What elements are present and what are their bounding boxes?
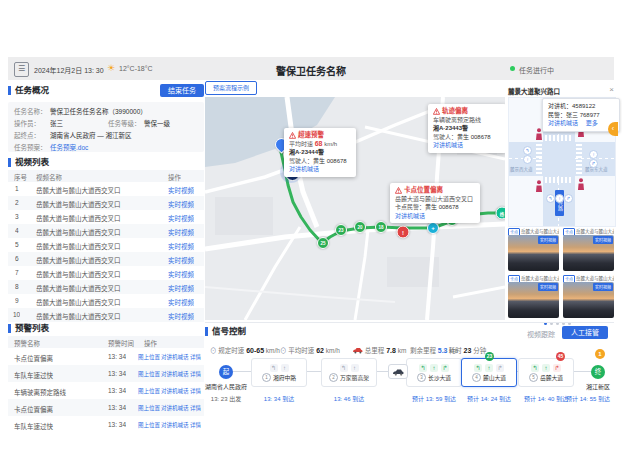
detail-link[interactable]: 详情 [190, 353, 201, 361]
row-name: 岳麓大道与麓山大道西交叉口 [36, 269, 156, 279]
lane-arrow-icon[interactable]: ↑ [555, 194, 564, 203]
intercom-link[interactable]: 对讲机喊话 [161, 387, 189, 395]
timeline-node[interactable]: ↰↑ 1湘府中路 [251, 358, 307, 387]
warning-list-section-title: 预警列表 [8, 324, 49, 333]
lane-arrow-icon[interactable]: ↰ [546, 194, 555, 203]
signal-countdown-marker[interactable]: 23 [335, 224, 347, 236]
video-table-header: 序号 视频名称 操作 [8, 170, 204, 182]
straight-icon: ↑ [351, 364, 359, 372]
realtime-video-link[interactable]: 实时视频 [168, 185, 194, 195]
intercom-link[interactable]: 对讲机喊话 [433, 141, 501, 150]
lane-arrow-icon[interactable]: ↱ [589, 159, 598, 168]
map-position-link[interactable]: 图上位置 [138, 387, 160, 395]
video-thumbnail[interactable]: 实时视频 [508, 235, 559, 271]
realtime-video-link[interactable]: 实时视频 [168, 297, 194, 307]
detail-link[interactable]: 详情 [190, 421, 201, 429]
timeline-node-time[interactable]: 预计 14: 24 到达 [467, 394, 511, 403]
end-task-button[interactable]: 结束任务 [160, 84, 204, 97]
map-position-link[interactable]: 图上位置 [138, 421, 160, 429]
plan-flow-button[interactable]: 预案流程示例 [205, 81, 257, 95]
realtime-video-link[interactable]: 实时视频 [168, 255, 194, 265]
row-name: 岳麓大道与麓山大道西交叉口 [36, 297, 156, 307]
row-name: 岳麓大道与麓山大道西交叉口 [36, 241, 156, 251]
realtime-video-link[interactable]: 实时视频 [168, 283, 194, 293]
video-thumbnail[interactable]: 实时视频 [563, 282, 614, 318]
driver-label: 驾驶人： [433, 134, 457, 140]
officer-value: 黄生 008678 [425, 204, 459, 210]
intercom-link[interactable]: 对讲机喊话 [548, 120, 578, 126]
operator-label: 操作员： [14, 118, 40, 128]
signal-section-title: 信号控制 [205, 327, 246, 336]
signal-countdown-marker[interactable]: 18 [375, 221, 387, 233]
panel-carousel-arrow[interactable]: ‹ [608, 122, 618, 136]
lane-arrow-icon[interactable]: ↰ [523, 146, 532, 155]
timeline-node-time[interactable]: 13: 46 到达 [334, 394, 364, 403]
tooltip-radio: 对讲机：4589122 [548, 102, 614, 111]
timeline-node-time[interactable]: 预计 14: 40 到达 [524, 394, 568, 403]
video-thumbnail[interactable]: 实时视频 [563, 235, 614, 271]
warning-time: 13: 34 [108, 353, 126, 360]
warning-name: 卡点位置偏离 [14, 404, 106, 414]
table-row: 3岳麓大道与麓山大道西交叉口实时视频 [8, 210, 204, 224]
video-track-button[interactable]: 视频跟踪 [527, 329, 555, 339]
close-icon[interactable]: × [609, 85, 614, 94]
more-link[interactable]: 更多 [586, 120, 598, 126]
timeline-start-node[interactable]: 起 [219, 365, 233, 379]
timeline-node[interactable]: ↰↑↱ 3长沙大道 [406, 358, 462, 387]
warning-list-table: 预警名称 预警时间 操作 卡点位置偏离13: 34图上位置对讲机喊话详情 车队车… [8, 336, 204, 430]
video-thumbnail[interactable]: 实时视频 [508, 282, 559, 318]
table-row: 车辆驶离预定路线13: 34图上位置对讲机喊话详情 [8, 382, 204, 399]
detail-link[interactable]: 详情 [190, 404, 201, 412]
node-number: 1 [262, 373, 271, 382]
node-number: 5 [529, 373, 538, 382]
intercom-link[interactable]: 对讲机喊话 [161, 404, 189, 412]
timeline-node[interactable]: ↰↑↱ 5岳麓大道 [518, 358, 574, 387]
live-badge: 实时视频 [538, 236, 558, 244]
traffic-officer-icon[interactable] [535, 180, 543, 192]
table-row: 卡点位置偏离13: 34图上位置对讲机喊话详情 [8, 348, 204, 365]
plan-doc-link[interactable]: 任务预案.doc [50, 142, 88, 152]
row-no: 4 [15, 227, 19, 234]
detail-link[interactable]: 详情 [190, 387, 201, 395]
realtime-video-link[interactable]: 实时视频 [168, 213, 194, 223]
table-row: 车队车速过快13: 34图上位置对讲机喊话详情 [8, 416, 204, 430]
detail-link[interactable]: 详情 [190, 370, 201, 378]
intercom-link[interactable]: 对讲机喊话 [161, 370, 189, 378]
signal-countdown-marker[interactable]: 20 [354, 221, 366, 233]
realtime-video-link[interactable]: 实时视频 [168, 241, 194, 251]
warning-time: 13: 34 [108, 370, 126, 377]
lane-arrow-icon[interactable]: ↑ [523, 155, 532, 164]
realtime-video-link[interactable]: 实时视频 [168, 269, 194, 279]
realtime-video-link[interactable]: 实时视频 [168, 311, 194, 321]
destination-marker[interactable]: 终 [496, 207, 506, 220]
realtime-video-link[interactable]: 实时视频 [168, 199, 194, 209]
lane-arrow-icon[interactable]: ↱ [564, 194, 573, 203]
tooltip-officer: 民警：张三 768977 [548, 111, 614, 120]
deviation-desc: 车辆驶离预定路线 [433, 116, 501, 125]
timeline-node-time[interactable]: 13: 34 到达 [264, 394, 294, 403]
alert-count-badge[interactable]: 1 [595, 349, 605, 359]
lane-arrow-icon[interactable]: ↑ [589, 150, 598, 159]
traffic-officer-icon[interactable] [577, 178, 585, 190]
realtime-video-link[interactable]: 实时视频 [168, 227, 194, 237]
map-position-link[interactable]: 图上位置 [138, 404, 160, 412]
timeline-node-time[interactable]: 预计 13: 59 到达 [412, 394, 456, 403]
route-value: 湖南省人民政府 — 湘江新区 [50, 130, 132, 140]
map-canvas[interactable]: 25 23 20 18 15 12 ! + 终 超速预警 平均时速 68 km/… [205, 97, 505, 320]
signal-countdown-marker[interactable]: 25 [317, 237, 329, 249]
manual-takeover-button[interactable]: 人工接管 [562, 326, 608, 339]
intercom-link[interactable]: 对讲机喊话 [161, 353, 189, 361]
node-name: 岳麓大道 [540, 373, 563, 382]
timeline-end-node[interactable]: 终 [591, 365, 605, 379]
row-no: 8 [15, 283, 19, 290]
map-position-link[interactable]: 图上位置 [138, 353, 160, 361]
alert-marker[interactable]: ! [397, 226, 410, 239]
intercom-link[interactable]: 对讲机喊话 [395, 212, 475, 221]
intercom-link[interactable]: 对讲机喊话 [161, 421, 189, 429]
timeline-node-current[interactable]: ↰↑↱ 4麓山大道 [461, 358, 517, 387]
timeline-node[interactable]: ↰↑ 2万家丽高架 [321, 358, 377, 387]
map-position-link[interactable]: 图上位置 [138, 370, 160, 378]
checkpoint-cross-marker[interactable]: + [427, 222, 439, 234]
thumb-name: 岳麓大道与麓山大道西交叉口 [521, 276, 559, 281]
intercom-link[interactable]: 对讲机喊话 [289, 165, 351, 174]
